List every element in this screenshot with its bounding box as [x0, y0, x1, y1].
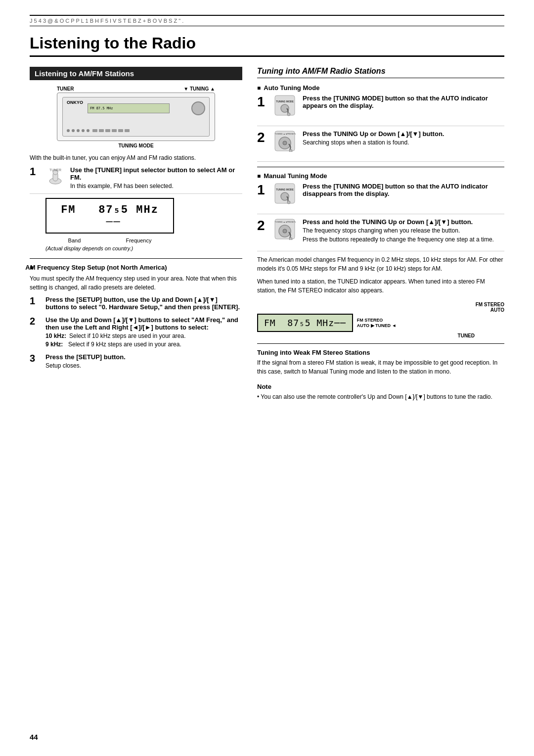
step1-desc: In this example, FM has been selected. — [70, 183, 242, 189]
svg-text:TUNING MODE: TUNING MODE — [276, 100, 294, 103]
svg-text:TUNING MODE: TUNING MODE — [276, 188, 294, 191]
device-btn-4 — [112, 129, 117, 132]
auto-step1-title: Press the [TUNING MODE] button so that t… — [303, 94, 504, 109]
am-step3-num: 3 — [30, 353, 41, 363]
svg-point-6 — [281, 104, 289, 112]
svg-text:TUNER: TUNER — [49, 168, 61, 172]
manual-step2-desc1: The frequency stops changing when you re… — [303, 227, 504, 234]
tuned-label: TUNED — [257, 333, 475, 338]
manual-tuning-heading: Manual Tuning Mode — [257, 172, 504, 180]
am-10khz-label: 10 kHz: — [45, 332, 66, 339]
device-dot-5 — [87, 129, 89, 132]
auto-tuning-heading-text: Auto Tuning Mode — [264, 84, 319, 92]
manual-step2-num: 2 — [257, 218, 269, 243]
device-btn-2 — [99, 129, 104, 132]
svg-point-11 — [283, 141, 287, 145]
auto-step-1: 1 TUNING MODE Press the [TU — [257, 94, 504, 126]
auto-step1-content: Press the [TUNING MODE] button so that t… — [303, 94, 504, 118]
manual-step2-icon: ▼ TUNING ▲◄PRESET► — [274, 218, 298, 243]
tuning-knob-icon: ▼ TUNING ▲◄PRESET► — [274, 130, 296, 152]
fm-stereo-display-box: FM 87₅5 MHz── — [257, 314, 353, 332]
svg-point-7 — [287, 113, 290, 116]
auto-step2-num: 2 — [257, 130, 269, 153]
fm-display-area: FM 87₅5 MHz ── Band Frequency (Actual di… — [45, 198, 242, 251]
svg-point-12 — [289, 149, 292, 152]
separator-2 — [257, 343, 504, 344]
header-text: J 5 4 3 @ & O C P P L 1 B H F 5 I V S T … — [30, 18, 183, 24]
band-label: Band — [68, 237, 81, 243]
fm-stereo-row: FM 87₅5 MHz── FM STEREO AUTO ▶ TUNED ◄ — [257, 314, 504, 332]
am-heading-text: AM Frequency Step Setup (not North Ameri… — [25, 264, 167, 271]
intro-text: With the built-in tuner, you can enjoy A… — [30, 153, 242, 162]
fm-stereo-display-area: FM STEREO AUTO FM 87₅5 MHz── FM STEREO A… — [257, 302, 504, 338]
manual-step1-row: 1 TUNING MODE Press the [TUNING MODE] bu… — [257, 183, 504, 206]
manual-step1-num: 1 — [257, 183, 269, 206]
am-heading: AM Frequency Step Setup (not North Ameri… — [30, 264, 242, 271]
tuner-diagram: TUNER ▼ TUNING ▲ ONKYO FM 87.5 MHz — [30, 86, 242, 148]
left-section-heading: Listening to AM/FM Stations — [30, 67, 242, 80]
manual-step-2: 2 ▼ TUNING ▲◄PRESET► Press and hold the — [257, 218, 504, 251]
am-step1-num: 1 — [30, 296, 41, 306]
fm-stereo-area: FM STEREO AUTO FM 87₅5 MHz── FM STEREO A… — [257, 302, 504, 338]
am-step3-desc: Setup closes. — [45, 362, 242, 369]
auto-tuned-side: AUTO ▶ TUNED ◄ — [357, 323, 397, 328]
fm-labels: Band Frequency — [45, 237, 174, 243]
manual-tuning-heading-text: Manual Tuning Mode — [264, 172, 327, 180]
auto-step1-num: 1 — [257, 94, 269, 118]
svg-point-21 — [289, 237, 292, 240]
am-10khz-desc: Select if 10 kHz steps are used in your … — [69, 332, 185, 339]
tuning-mode-label: TUNING MODE — [30, 143, 242, 148]
fm-stereo-label: FM STEREO — [476, 302, 504, 307]
am-section: AM Frequency Step Setup (not North Ameri… — [30, 258, 242, 369]
header-bar: J 5 4 3 @ & O C P P L 1 B H F 5 I V S T … — [30, 15, 504, 26]
device-dots — [67, 129, 89, 132]
am-9khz-label: 9 kHz: — [45, 341, 65, 348]
am-step-2: 2 Use the Up and Down [▲]/[▼] buttons to… — [30, 316, 242, 349]
right-section-heading: Tuning into AM/FM Radio Stations — [257, 67, 504, 78]
device-btn-5 — [118, 129, 123, 132]
manual-step2-row: 2 ▼ TUNING ▲◄PRESET► Press and hold the — [257, 218, 504, 243]
am-9khz-item: 9 kHz: Select if 9 kHz steps are used in… — [45, 341, 242, 348]
am-step3-title: Press the [SETUP] button. — [45, 353, 242, 361]
device-brand: ONKYO — [67, 100, 83, 105]
svg-text:▼ TUNING ▲◄PRESET►: ▼ TUNING ▲◄PRESET► — [274, 133, 296, 135]
auto-step1-row: 1 TUNING MODE Press the [TU — [257, 94, 504, 118]
manual-step2-content: Press and hold the TUNING Up or Down [▲]… — [303, 218, 504, 243]
freq-label: Frequency — [126, 237, 151, 243]
device-inner: ONKYO FM 87.5 MHz — [62, 97, 210, 137]
device-knob — [191, 101, 205, 115]
auto-step2-icon: ▼ TUNING ▲◄PRESET► — [274, 130, 298, 153]
auto-step2-desc: Searching stops when a station is found. — [303, 139, 504, 146]
auto-step1-icon: TUNING MODE — [274, 94, 298, 118]
svg-point-20 — [283, 229, 287, 233]
device-box: ONKYO FM 87.5 MHz — [57, 93, 215, 141]
note-section: Note • You can also use the remote contr… — [257, 383, 504, 401]
left-column: Listening to AM/FM Stations TUNER ▼ TUNI… — [30, 67, 242, 405]
tuning-label: ▼ TUNING ▲ — [183, 86, 215, 92]
am-step1-title: Press the [SETUP] button, use the Up and… — [45, 296, 242, 311]
fm-stereo-side: FM STEREO — [357, 318, 397, 323]
manual-step1-title: Press the [TUNING MODE] button so that t… — [303, 183, 504, 197]
auto-step2-row: 2 ▼ TUNING ▲◄PRESET► — [257, 130, 504, 153]
manual-step2-desc2: Press the buttons repeatedly to change t… — [303, 236, 504, 243]
separator-1 — [257, 167, 504, 167]
auto-step2-content: Press the TUNING Up or Down [▲]/[▼] butt… — [303, 130, 504, 153]
note-bullet: • You can also use the remote controller… — [257, 392, 504, 401]
auto-tuning-heading: Auto Tuning Mode — [257, 84, 504, 92]
device-btn-1 — [92, 129, 97, 132]
am-step2-title: Use the Up and Down [▲]/[▼] buttons to s… — [45, 316, 242, 331]
device-display: FM 87.5 MHz — [88, 103, 170, 113]
step1-title: Use the [TUNER] input selector button to… — [70, 166, 242, 181]
weak-fm-section: Tuning into Weak FM Stereo Stations If t… — [257, 349, 504, 376]
fm-stereo-side-labels: FM STEREO AUTO ▶ TUNED ◄ — [357, 318, 397, 328]
step1-content: Use the [TUNER] input selector button to… — [70, 166, 242, 189]
device-dot-3 — [77, 129, 80, 132]
manual-step2-title: Press and hold the TUNING Up or Down [▲]… — [303, 218, 504, 226]
tuning-mode-icon-2: TUNING MODE — [274, 183, 296, 204]
fm-display: FM 87₅5 MHz ── — [45, 198, 174, 234]
page: J 5 4 3 @ & O C P P L 1 B H F 5 I V S T … — [0, 0, 534, 756]
fm-display-note: (Actual display depends on country.) — [45, 245, 242, 251]
am-step2-num: 2 — [30, 316, 41, 326]
svg-text:▼ TUNING ▲◄PRESET►: ▼ TUNING ▲◄PRESET► — [274, 221, 296, 223]
page-number: 44 — [30, 733, 38, 741]
